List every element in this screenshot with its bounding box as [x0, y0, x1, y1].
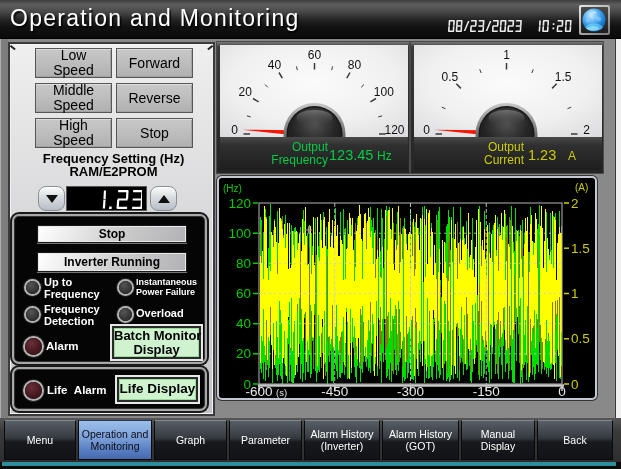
- svg-text:-300: -300: [397, 384, 424, 399]
- svg-text:2: 2: [571, 196, 579, 211]
- svg-text:0: 0: [558, 384, 566, 399]
- svg-text:100: 100: [374, 85, 394, 99]
- svg-text:20: 20: [239, 85, 253, 99]
- svg-text:0.5: 0.5: [571, 331, 590, 346]
- svg-text:60: 60: [308, 48, 322, 62]
- svg-text:80: 80: [236, 256, 251, 271]
- svg-text:-150: -150: [473, 384, 500, 399]
- svg-text:(s): (s): [276, 387, 287, 398]
- svg-text:(Hz): (Hz): [223, 183, 242, 194]
- svg-text:-450: -450: [321, 384, 348, 399]
- svg-text:0: 0: [423, 123, 430, 137]
- svg-text:0: 0: [571, 377, 579, 392]
- svg-text:1: 1: [503, 48, 510, 62]
- svg-text:1: 1: [571, 286, 579, 301]
- svg-text:120: 120: [384, 123, 404, 137]
- svg-text:100: 100: [228, 226, 251, 241]
- svg-text:40: 40: [236, 316, 251, 331]
- svg-text:40: 40: [268, 58, 282, 72]
- svg-text:80: 80: [348, 58, 362, 72]
- svg-text:20: 20: [236, 346, 251, 361]
- svg-text:1.5: 1.5: [555, 70, 572, 84]
- svg-text:(A): (A): [575, 182, 588, 193]
- svg-text:0.5: 0.5: [442, 70, 459, 84]
- svg-text:2: 2: [583, 123, 590, 137]
- svg-text:1.5: 1.5: [571, 241, 590, 256]
- svg-text:-600: -600: [245, 384, 272, 399]
- svg-text:0: 0: [231, 123, 238, 137]
- svg-text:120: 120: [228, 196, 251, 211]
- svg-text:60: 60: [236, 286, 251, 301]
